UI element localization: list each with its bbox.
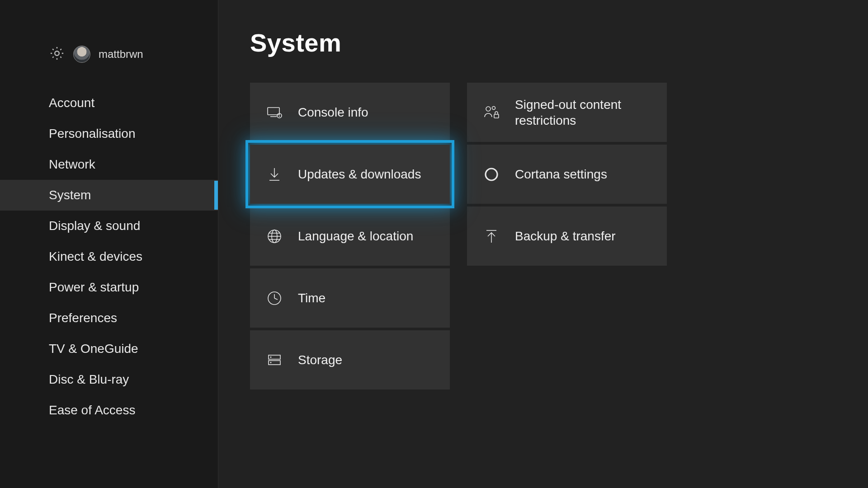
sidebar-nav: Account Personalisation Network System D… [0, 88, 218, 426]
svg-rect-18 [494, 114, 499, 118]
svg-point-0 [55, 51, 59, 56]
tile-console-info[interactable]: Console info [250, 83, 450, 142]
sidebar-item-label: Power & startup [49, 280, 139, 295]
sidebar-item-power-startup[interactable]: Power & startup [0, 272, 218, 303]
sidebar-item-kinect-devices[interactable]: Kinect & devices [0, 241, 218, 272]
svg-point-14 [270, 357, 272, 358]
sidebar-item-label: Ease of Access [49, 403, 135, 418]
sidebar-item-label: Personalisation [49, 127, 135, 141]
download-icon [265, 165, 283, 183]
tile-label: Cortana settings [515, 166, 607, 182]
tile-cortana-settings[interactable]: Cortana settings [467, 145, 667, 204]
page-title: System [250, 28, 836, 57]
tile-time[interactable]: Time [250, 268, 450, 328]
sidebar-item-tv-oneguide[interactable]: TV & OneGuide [0, 333, 218, 364]
tile-label: Updates & downloads [298, 166, 421, 182]
tile-column-2: Signed-out content restrictions Cortana … [467, 83, 667, 389]
tile-label: Language & location [298, 228, 413, 244]
svg-line-11 [274, 298, 278, 300]
tile-label: Time [298, 290, 326, 306]
svg-point-15 [270, 362, 272, 363]
svg-point-17 [492, 106, 495, 109]
people-lock-icon [482, 103, 500, 122]
sidebar-item-network[interactable]: Network [0, 149, 218, 180]
tile-label: Storage [298, 352, 342, 368]
storage-icon [265, 351, 283, 369]
cortana-icon [482, 165, 500, 183]
svg-rect-1 [268, 108, 279, 115]
sidebar-item-label: Network [49, 157, 95, 172]
sidebar-item-label: Preferences [49, 311, 117, 325]
sidebar-item-preferences[interactable]: Preferences [0, 303, 218, 333]
sidebar-item-personalisation[interactable]: Personalisation [0, 118, 218, 149]
tile-grid: Console info Updates & downloads [250, 83, 836, 389]
tile-storage[interactable]: Storage [250, 330, 450, 389]
sidebar-item-label: Kinect & devices [49, 249, 142, 264]
sidebar-item-label: Account [49, 96, 94, 110]
tile-label: Signed-out content restrictions [515, 97, 651, 128]
main-panel: System Console info [218, 0, 868, 488]
tile-language-location[interactable]: Language & location [250, 206, 450, 266]
sidebar-item-label: Display & sound [49, 219, 140, 233]
username-label: mattbrwn [99, 48, 143, 61]
upload-icon [482, 227, 500, 245]
sidebar-item-account[interactable]: Account [0, 88, 218, 118]
sidebar-header: mattbrwn [0, 0, 218, 72]
globe-icon [265, 227, 283, 245]
svg-point-19 [486, 169, 497, 180]
settings-app: mattbrwn Account Personalisation Network… [0, 0, 868, 488]
tile-label: Backup & transfer [515, 228, 616, 244]
avatar[interactable] [73, 46, 90, 63]
sidebar-item-label: TV & OneGuide [49, 342, 138, 356]
svg-point-16 [486, 107, 491, 111]
tile-column-1: Console info Updates & downloads [250, 83, 450, 389]
console-info-icon [265, 103, 283, 122]
clock-icon [265, 289, 283, 307]
sidebar-item-system[interactable]: System [0, 180, 218, 211]
tile-content-restrictions[interactable]: Signed-out content restrictions [467, 83, 667, 142]
sidebar-item-display-sound[interactable]: Display & sound [0, 211, 218, 241]
sidebar-item-label: System [49, 188, 91, 202]
sidebar-item-disc-bluray[interactable]: Disc & Blu-ray [0, 364, 218, 395]
sidebar-item-ease-of-access[interactable]: Ease of Access [0, 395, 218, 426]
gear-icon [49, 45, 65, 63]
tile-backup-transfer[interactable]: Backup & transfer [467, 206, 667, 266]
tile-label: Console info [298, 104, 368, 120]
sidebar-item-label: Disc & Blu-ray [49, 372, 129, 387]
tile-updates-downloads[interactable]: Updates & downloads [250, 145, 450, 204]
sidebar: mattbrwn Account Personalisation Network… [0, 0, 218, 488]
